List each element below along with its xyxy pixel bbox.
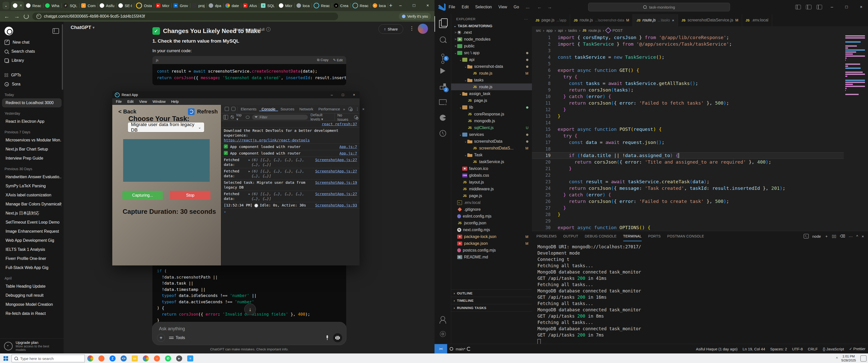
code-line-20[interactable]: 20 return corsJson({ error: 'Title and a…: [532, 159, 844, 165]
tools-button[interactable]: Tools: [169, 335, 185, 340]
chat-history-item[interactable]: Image Enhancement Request: [2, 227, 62, 236]
tree-item-screenshotDataS...[interactable]: JSscreenshotDataS...M: [451, 145, 532, 152]
taskbar-icon-postman[interactable]: ○: [151, 354, 162, 363]
code-line-28[interactable]: 28}: [532, 211, 844, 218]
copilot-icon[interactable]: [434, 110, 451, 126]
code-line-1[interactable]: 1import { corsEmpty, corsJson } from '@/…: [532, 34, 844, 41]
console-filter-input[interactable]: Filter: [252, 115, 308, 120]
verify-profile-pill[interactable]: Verify it's you: [399, 13, 431, 20]
taskbar-search[interactable]: Type here to search: [11, 355, 85, 362]
vscode-menu-go[interactable]: Go: [514, 5, 519, 9]
breadcrumb-item[interactable]: POST: [612, 28, 623, 33]
tree-item-public[interactable]: >public: [451, 43, 532, 50]
tree-item-package.json[interactable]: npackage.jsonM: [451, 240, 532, 247]
tree-item-Task[interactable]: ⌄Task: [451, 152, 532, 158]
chat-history-item[interactable]: Debugging null result: [2, 291, 62, 300]
code-editor[interactable]: 1import { corsEmpty, corsJson } from '@/…: [532, 34, 844, 231]
customize-layout-icon[interactable]: [816, 5, 822, 9]
vscode-menu-view[interactable]: View: [498, 5, 507, 9]
console-message[interactable]: ✓App component loaded with routerApp.js:…: [221, 150, 360, 157]
context-selector[interactable]: top ▾: [237, 113, 243, 122]
chat-history-item[interactable]: XAxis label customization: [2, 191, 62, 200]
account-icon[interactable]: [434, 310, 451, 326]
tree-item-tasks[interactable]: ⌄tasks: [451, 77, 532, 84]
chat-history-item[interactable]: SetTimeout Event Loop Demo: [2, 218, 62, 227]
panel-more-icon[interactable]: ···: [849, 234, 853, 238]
status-item[interactable]: CRLF: [805, 347, 820, 351]
browser-tab[interactable]: ▶Micr: [154, 1, 171, 10]
react-minimize-button[interactable]: –: [326, 91, 337, 98]
sidebar-item-search-chats[interactable]: Search chats: [0, 47, 64, 56]
inspect-element-icon[interactable]: [225, 107, 229, 111]
wakatime-icon[interactable]: [434, 126, 451, 141]
capturing-button[interactable]: Capturing...: [122, 191, 163, 200]
status-item[interactable]: UTF-8: [789, 347, 805, 351]
console-source-link[interactable]: ScreenshotApp.js:19: [313, 180, 357, 185]
remote-indicator[interactable]: ><: [434, 344, 447, 354]
devtools-settings-icon[interactable]: [348, 107, 352, 111]
sidebar-item-new-chat[interactable]: New chat: [0, 38, 64, 47]
vscode-menu-selection[interactable]: Selection: [475, 5, 492, 9]
panel-close-icon[interactable]: ×: [862, 234, 864, 238]
breadcrumb-item[interactable]: api: [558, 28, 563, 33]
sidebar-item-gpts[interactable]: GPTs: [0, 71, 64, 80]
console-prompt[interactable]: ›: [221, 209, 360, 215]
close-button[interactable]: ×: [421, 0, 434, 11]
browser-tab[interactable]: Reac: [350, 1, 371, 10]
code-line-8[interactable]: 8 const tasks = await taskService.getAll…: [532, 80, 844, 87]
chat-history-item[interactable]: Microservices vs Modular Mon...: [2, 136, 62, 145]
live-expression-icon[interactable]: [246, 116, 250, 119]
code-line-10[interactable]: 10 } catch (error) {: [532, 93, 844, 100]
panel-tab-problems[interactable]: PROBLEMS: [536, 234, 557, 238]
code-line-13[interactable]: 13}: [532, 113, 844, 120]
maximize-button[interactable]: □: [407, 0, 421, 11]
nav-back-icon[interactable]: ←: [537, 4, 542, 10]
code-line-11[interactable]: 11 return corsJson({ error: 'Failed to f…: [532, 100, 844, 106]
minimap[interactable]: [845, 35, 866, 96]
console-message[interactable]: [12:52:34 PM]Idle: 0s, Active: 30sScreen…: [221, 202, 360, 209]
editor-tab-route.js[interactable]: JSroute.js...\tasks×: [633, 14, 678, 26]
scroll-to-bottom-button[interactable]: ↓: [244, 303, 256, 315]
chat-history-item[interactable]: Table Heading Update: [2, 282, 62, 291]
refresh-button[interactable]: Refresh: [188, 108, 218, 115]
new-terminal-icon[interactable]: ＋: [825, 234, 828, 239]
browser-tab[interactable]: SE-I: [116, 1, 134, 10]
edit-button[interactable]: ✎ Edit: [333, 58, 343, 62]
status-item[interactable]: Ln 19, Col 44: [740, 347, 768, 351]
chat-history-item[interactable]: Redirect to Localhost 3000: [2, 98, 62, 107]
panel-tab-ports[interactable]: PORTS: [648, 234, 660, 238]
vscode-menu-more[interactable]: …: [526, 5, 530, 9]
code-line-23[interactable]: 23 const result = await taskService.crea…: [532, 178, 844, 185]
taskbar-icon-file-explorer[interactable]: ▭: [129, 354, 140, 363]
info-icon[interactable]: i: [266, 27, 271, 32]
browser-tab[interactable]: Osta: [134, 1, 154, 10]
tree-item-package-lock.json[interactable]: npackage-lock.jsonM: [451, 233, 532, 240]
code-line-17[interactable]: 17 const data = await request.json();: [532, 139, 844, 146]
console-message[interactable]: react refresh:37: [221, 121, 360, 128]
tree-item-assigntask[interactable]: ⌄assign_task: [451, 90, 532, 97]
browser-tab[interactable]: Reac: [312, 1, 332, 10]
new-tab-button[interactable]: +: [388, 1, 394, 10]
devtools-tab-network[interactable]: Network: [297, 107, 316, 111]
browser-tab[interactable]: Asifu: [98, 1, 116, 10]
code-1-body[interactable]: const result = await screenshotService.c…: [152, 64, 346, 85]
tree-item-mongodb.js[interactable]: JSmongodb.js: [451, 118, 532, 124]
taskbar-icon-chrome[interactable]: [140, 354, 151, 363]
chat-history-item[interactable]: React in Electron App: [2, 117, 62, 126]
search-icon[interactable]: [434, 32, 451, 47]
command-search-box[interactable]: task-monitoring: [588, 3, 730, 11]
react-app-title-bar[interactable]: React App – □ ×: [112, 91, 360, 98]
back-icon[interactable]: ←: [3, 13, 10, 20]
taskbar-icon-whatsapp[interactable]: ✆: [162, 354, 174, 363]
code-line-24[interactable]: 24 return corsJson({ message: 'Task crea…: [532, 185, 844, 192]
explorer-more-icon[interactable]: ···: [524, 17, 528, 21]
chat-history-item[interactable]: Web App Development Gig: [2, 236, 62, 245]
tree-item-sqlClient.js[interactable]: JSsqlClient.jsU: [451, 124, 532, 131]
tree-item-favicon.ico[interactable]: ★favicon.ico: [451, 165, 532, 172]
sidebar-item-sora[interactable]: Sora: [0, 80, 64, 89]
breadcrumb-item[interactable]: tasks: [568, 28, 577, 33]
code-line-27[interactable]: 27 }: [532, 205, 844, 211]
editor-tab-.env.local[interactable]: JS.env.local: [742, 14, 772, 26]
tab-close-icon[interactable]: ×: [20, 3, 22, 8]
panel-tab-output[interactable]: OUTPUT: [563, 234, 578, 238]
